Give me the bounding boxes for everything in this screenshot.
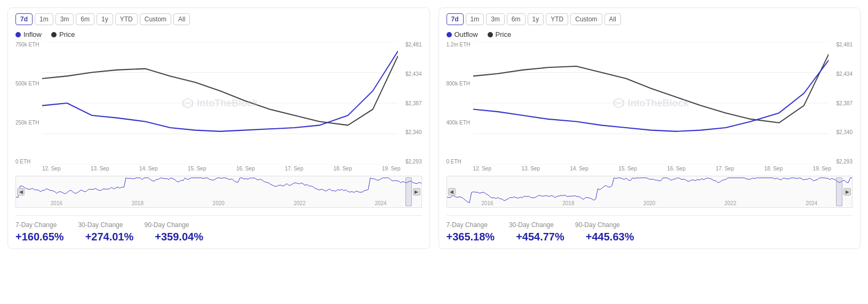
- y-axis-label-left: 400k ETH: [447, 120, 471, 126]
- y-axis-label-left: 750k ETH: [15, 42, 39, 48]
- x-axis-label: 18. Sep: [765, 166, 783, 172]
- time-btn-7d[interactable]: 7d: [447, 13, 464, 25]
- mini-chart[interactable]: ◀▶20162018202020222024: [447, 176, 853, 208]
- mini-chart-svg: [447, 176, 853, 207]
- time-btn-1y[interactable]: 1y: [97, 13, 113, 25]
- x-axis-label: 13. Sep: [91, 166, 109, 172]
- chart-wrapper: 1.2m ETH800k ETH400k ETH0 ETH$2,481$2,43…: [447, 42, 853, 165]
- mini-scroll-left[interactable]: ◀: [17, 188, 25, 196]
- time-btn-ytd[interactable]: YTD: [546, 13, 568, 25]
- stats-values: +365.18%+454.77%+445.63%: [447, 231, 853, 243]
- stats-section: 7-Day Change30-Day Change90-Day Change+1…: [15, 215, 422, 243]
- legend-dot-primary: [447, 32, 452, 37]
- time-btn-1y[interactable]: 1y: [528, 13, 544, 25]
- y-axis-label-left: 250k ETH: [15, 120, 39, 126]
- main-chart-area: IntoTheBlock: [42, 42, 398, 165]
- legend-item-secondary: Price: [488, 30, 512, 38]
- time-btn-ytd[interactable]: YTD: [115, 13, 138, 25]
- x-axis-labels: 12. Sep13. Sep14. Sep15. Sep16. Sep17. S…: [447, 166, 853, 172]
- chart-wrapper: 750k ETH500k ETH250k ETH0 ETH$2,481$2,43…: [15, 42, 422, 165]
- legend-dot-secondary: [51, 32, 57, 37]
- mini-scroll-right[interactable]: ▶: [843, 188, 851, 196]
- y-axis-label-right: $2,340: [836, 129, 853, 135]
- mini-chart[interactable]: ◀▶20162018202020222024: [15, 176, 422, 208]
- chart-panel-inflow: 7d1m3m6m1yYTDCustomAll Inflow Price750k …: [7, 7, 430, 249]
- x-axis-label: 14. Sep: [570, 166, 588, 172]
- y-axis-label-right: $2,387: [405, 100, 422, 106]
- mini-chart-handle[interactable]: [405, 177, 412, 206]
- x-axis-label: 17. Sep: [716, 166, 734, 172]
- x-axis-label: 13. Sep: [522, 166, 540, 172]
- y-axis-label-left: 1.2m ETH: [447, 42, 471, 48]
- time-controls: 7d1m3m6m1yYTDCustomAll: [447, 13, 853, 25]
- mini-scroll-right[interactable]: ▶: [413, 188, 420, 196]
- x-axis-labels: 12. Sep13. Sep14. Sep15. Sep16. Sep17. S…: [15, 166, 422, 172]
- stats-headers: 7-Day Change30-Day Change90-Day Change: [15, 221, 422, 229]
- stats-value: +445.63%: [586, 231, 634, 243]
- legend-label-primary: Inflow: [23, 30, 42, 38]
- main-chart-area: IntoTheBlock: [473, 42, 829, 165]
- time-btn-custom[interactable]: Custom: [570, 13, 602, 25]
- stats-value: +454.77%: [516, 231, 564, 243]
- mini-chart-handle[interactable]: [836, 177, 842, 206]
- y-axis-left: 750k ETH500k ETH250k ETH0 ETH: [15, 42, 39, 165]
- y-axis-label-right: $2,293: [836, 159, 853, 165]
- time-btn-6m[interactable]: 6m: [507, 13, 525, 25]
- y-axis-label-right: $2,293: [405, 159, 422, 165]
- x-axis-label: 12. Sep: [42, 166, 60, 172]
- stats-header: 7-Day Change: [447, 221, 488, 229]
- stats-header: 30-Day Change: [78, 221, 123, 229]
- time-btn-all[interactable]: All: [604, 13, 621, 25]
- x-axis-label: 12. Sep: [473, 166, 491, 172]
- mini-chart-svg: [16, 176, 421, 207]
- x-axis-label: 19. Sep: [382, 166, 400, 172]
- x-axis-label: 15. Sep: [619, 166, 637, 172]
- chart-legend: Inflow Price: [15, 30, 422, 38]
- chart-svg: [42, 42, 398, 165]
- y-axis-right: $2,481$2,434$2,387$2,340$2,293: [836, 42, 853, 165]
- x-axis-label: 16. Sep: [667, 166, 686, 172]
- legend-label-secondary: Price: [496, 30, 512, 38]
- y-axis-label-left: 0 ETH: [15, 159, 39, 165]
- y-axis-label-right: $2,434: [405, 71, 422, 77]
- stats-header: 7-Day Change: [15, 221, 57, 229]
- stats-values: +160.65%+274.01%+359.04%: [15, 231, 422, 243]
- stats-header: 90-Day Change: [575, 221, 620, 229]
- stats-header: 90-Day Change: [144, 221, 189, 229]
- y-axis-left: 1.2m ETH800k ETH400k ETH0 ETH: [447, 42, 471, 165]
- stats-value: +160.65%: [15, 231, 64, 243]
- time-btn-custom[interactable]: Custom: [140, 13, 171, 25]
- x-axis-label: 18. Sep: [333, 166, 352, 172]
- x-axis-label: 15. Sep: [188, 166, 206, 172]
- stats-value: +365.18%: [447, 231, 495, 243]
- time-btn-7d[interactable]: 7d: [15, 13, 33, 25]
- x-axis-label: 19. Sep: [813, 166, 831, 172]
- time-btn-all[interactable]: All: [173, 13, 190, 25]
- mini-scroll-left[interactable]: ◀: [448, 188, 456, 196]
- y-axis-label-right: $2,481: [405, 42, 422, 48]
- y-axis-label-right: $2,481: [836, 42, 853, 48]
- y-axis-label-right: $2,434: [836, 71, 853, 77]
- stats-value: +359.04%: [155, 231, 203, 243]
- legend-dot-secondary: [488, 32, 493, 37]
- legend-dot-primary: [15, 32, 21, 37]
- x-axis-label: 16. Sep: [236, 166, 254, 172]
- stats-headers: 7-Day Change30-Day Change90-Day Change: [447, 221, 853, 229]
- time-btn-6m[interactable]: 6m: [76, 13, 94, 25]
- y-axis-right: $2,481$2,434$2,387$2,340$2,293: [405, 42, 422, 165]
- stats-section: 7-Day Change30-Day Change90-Day Change+3…: [447, 215, 853, 243]
- time-btn-3m[interactable]: 3m: [486, 13, 505, 25]
- y-axis-label-left: 800k ETH: [447, 81, 471, 87]
- y-axis-label-left: 500k ETH: [15, 81, 39, 87]
- y-axis-label-right: $2,387: [836, 100, 853, 106]
- time-btn-3m[interactable]: 3m: [55, 13, 74, 25]
- legend-item-secondary: Price: [51, 30, 75, 38]
- chart-legend: Outflow Price: [447, 30, 853, 38]
- time-btn-1m[interactable]: 1m: [466, 13, 484, 25]
- stats-value: +274.01%: [85, 231, 134, 243]
- legend-item-primary: Inflow: [15, 30, 42, 38]
- y-axis-label-left: 0 ETH: [447, 159, 471, 165]
- x-axis-label: 14. Sep: [139, 166, 157, 172]
- time-btn-1m[interactable]: 1m: [35, 13, 53, 25]
- y-axis-label-right: $2,340: [405, 129, 422, 135]
